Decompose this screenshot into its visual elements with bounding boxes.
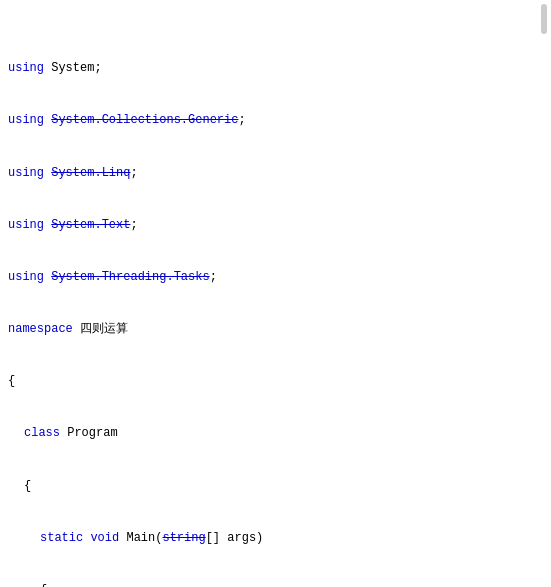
code-area: using System; using System.Collections.G…: [8, 8, 543, 587]
editor-container: using System; using System.Collections.G…: [0, 0, 551, 587]
scrollbar[interactable]: [541, 4, 547, 34]
